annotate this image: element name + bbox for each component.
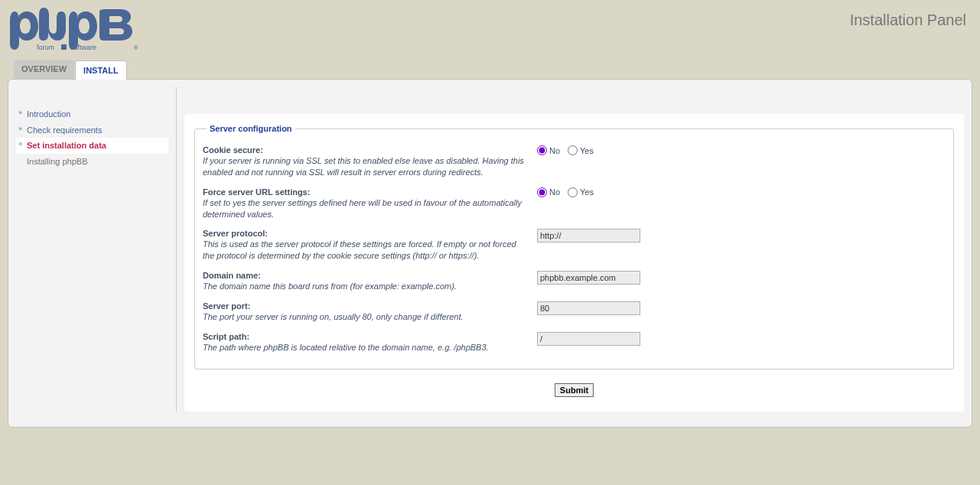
svg-rect-1 <box>61 44 67 50</box>
server-port-label: Server port: <box>203 301 250 311</box>
script-path-input[interactable] <box>537 332 640 346</box>
cookie-secure-no-label: No <box>549 146 560 155</box>
script-path-explain: The path where phpBB is located relative… <box>203 341 529 353</box>
server-protocol-label: Server protocol: <box>203 229 268 238</box>
force-server-no-radio[interactable] <box>537 187 547 197</box>
svg-text:forum: forum <box>37 44 54 51</box>
tab-overview[interactable]: OVERVIEW <box>14 60 74 79</box>
page-title: Installation Panel <box>850 8 972 29</box>
logo: forum software ® <box>8 8 138 54</box>
main-content: Server configuration Cookie secure: If y… <box>184 114 964 412</box>
sidebar: Introduction Check requirements Set inst… <box>16 87 177 412</box>
force-server-explain: If set to yes the server settings define… <box>203 197 529 220</box>
cookie-secure-yes-radio[interactable] <box>568 145 578 155</box>
domain-name-label: Domain name: <box>203 271 261 280</box>
domain-name-explain: The domain name this board runs from (fo… <box>203 280 529 292</box>
server-port-explain: The port your server is running on, usua… <box>203 311 529 323</box>
script-path-label: Script path: <box>203 332 249 341</box>
domain-name-input[interactable] <box>537 271 640 285</box>
cookie-secure-yes-label: Yes <box>580 146 594 155</box>
cookie-secure-label: Cookie secure: <box>203 145 263 155</box>
force-server-label: Force server URL settings: <box>203 187 310 197</box>
svg-text:software: software <box>70 44 96 51</box>
cookie-secure-no-radio[interactable] <box>537 145 547 155</box>
server-protocol-input[interactable] <box>537 229 640 242</box>
sidebar-item-introduction[interactable]: Introduction <box>16 106 168 122</box>
force-server-yes-radio[interactable] <box>568 187 578 197</box>
server-configuration-fieldset: Server configuration Cookie secure: If y… <box>194 124 954 369</box>
sidebar-item-installing-phpbb[interactable]: Installing phpBB <box>16 154 168 170</box>
force-server-no-label: No <box>549 187 560 197</box>
sidebar-item-set-installation-data[interactable]: Set installation data <box>16 138 168 154</box>
server-port-input[interactable] <box>537 301 640 315</box>
svg-text:®: ® <box>134 45 138 50</box>
fieldset-legend: Server configuration <box>207 124 295 133</box>
server-protocol-explain: This is used as the server protocol if t… <box>203 238 529 262</box>
sidebar-item-check-requirements[interactable]: Check requirements <box>16 122 168 138</box>
force-server-yes-label: Yes <box>580 187 594 197</box>
cookie-secure-explain: If your server is running via SSL set th… <box>203 155 529 178</box>
tab-install[interactable]: INSTALL <box>75 60 127 80</box>
submit-button[interactable]: Submit <box>555 383 594 397</box>
tabs-bar: OVERVIEW INSTALL <box>8 60 972 79</box>
